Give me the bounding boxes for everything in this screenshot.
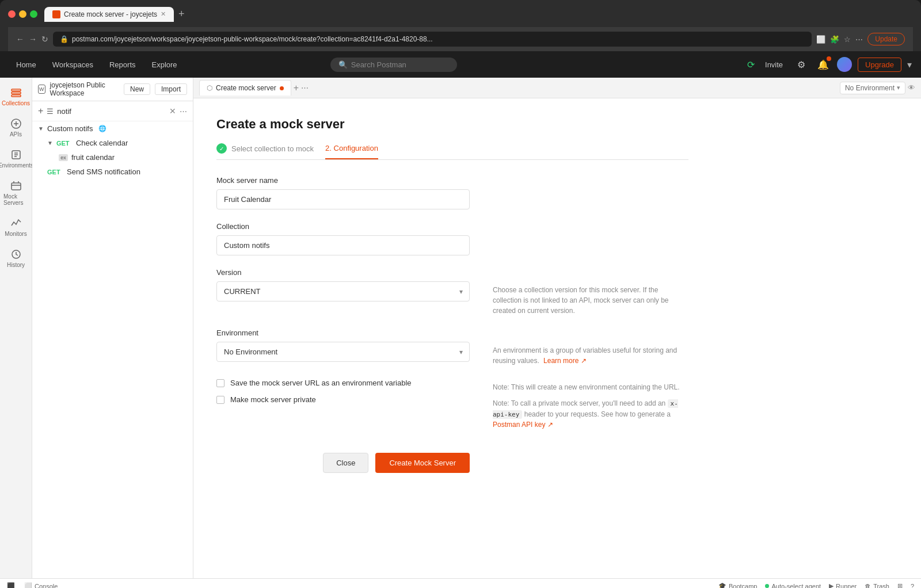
auto-select-item[interactable]: Auto-select agent [765,583,821,589]
sidebar-item-collections[interactable]: Collections [0,82,32,111]
save-url-note: Note: This will create a new environment… [493,382,688,392]
make-private-checkbox[interactable] [216,396,224,404]
back-button[interactable]: ← [16,35,24,44]
version-select-wrapper: CURRENT ▾ [216,281,470,301]
version-label: Version [216,268,688,277]
checkboxes-row: Save the mock server URL as an environme… [216,379,688,430]
search-bar[interactable]: 🔍 Search Postman [330,58,457,72]
tree-item-send-sms[interactable]: GET Send SMS notification [32,165,193,179]
nav-explore[interactable]: Explore [145,56,184,74]
environment-select[interactable]: No Environment [216,342,470,362]
bookmark-icon[interactable]: ☆ [844,35,851,44]
reload-button[interactable]: ↻ [41,35,48,44]
layout-options[interactable]: ⊞ [897,582,903,588]
trash-item[interactable]: 🗑 Trash [865,583,889,589]
sidebar-label-monitors: Monitors [5,231,26,237]
upgrade-button[interactable]: Upgrade [858,58,901,72]
close-button[interactable]: Close [323,453,368,473]
help-item[interactable]: ? [911,583,914,589]
new-browser-tab-button[interactable]: + [176,6,187,22]
nav-reports[interactable]: Reports [102,56,143,74]
browser-tabs: Create mock server - joycejets ✕ + [44,6,187,22]
sidebar-label-environments: Environments [0,162,33,169]
nav-home[interactable]: Home [9,56,43,74]
workspace-icon: W [38,85,45,94]
version-select[interactable]: CURRENT [216,281,470,301]
save-url-checkbox[interactable] [216,379,224,387]
mock-server-name-group: Mock server name [216,176,688,209]
form-actions: Close Create Mock Server [216,453,470,473]
sidebar-item-history[interactable]: History [0,244,32,273]
address-bar[interactable]: 🔒 postman.com/joycejetson/workspace/joyc… [53,32,812,47]
dropdown-arrow-icon[interactable]: ▾ [907,59,912,70]
fullscreen-traffic-light[interactable] [30,10,37,18]
environment-selector[interactable]: No Environment ▾ [840,82,905,94]
status-bar-right: 🎓 Bootcamp Auto-select agent ▶ Runner 🗑 … [718,582,914,588]
environment-eye-button[interactable]: 👁 [908,83,915,92]
browser-tab[interactable]: Create mock server - joycejets ✕ [44,7,174,22]
lock-icon: 🔒 [60,35,68,43]
browser-tab-close[interactable]: ✕ [161,10,166,18]
make-private-note-prefix: Note: To call a private mock server, you… [493,399,668,407]
settings-icon[interactable]: ⚙ [793,56,809,72]
panel-more-button[interactable]: ⋯ [180,107,187,116]
svg-rect-5 [12,183,21,190]
sidebar-item-environments[interactable]: Environments [0,144,32,173]
sidebar-item-monitors[interactable]: Monitors [0,213,32,242]
notification-icon[interactable]: 🔔 [815,56,831,72]
more-icon[interactable]: ⋯ [855,35,863,44]
sidebar-item-mock-servers[interactable]: Mock Servers [0,175,32,211]
collection-group: Collection [216,222,688,255]
collection-item-custom-notifs[interactable]: ▼ Custom notifs 🌐 [32,121,193,136]
tree-item-fruit-calendar[interactable]: ex fruit calendar [32,150,193,165]
make-private-row: Make mock server private [216,395,470,404]
sync-icon: ⟳ [747,59,755,70]
avatar[interactable] [837,57,852,72]
close-traffic-light[interactable] [8,10,16,18]
tree-item-check-calendar[interactable]: ▼ GET Check calendar [32,136,193,150]
extensions-icon[interactable]: 🧩 [830,35,839,44]
make-private-label: Make mock server private [230,395,316,404]
panel-search-text[interactable]: notif [57,107,166,116]
example-name-fruit-calendar: fruit calendar [71,153,115,162]
save-url-label: Save the mock server URL as an environme… [230,379,412,387]
filter-icon[interactable]: ☰ [47,107,54,116]
invite-button[interactable]: Invite [760,58,787,71]
nav-workspaces[interactable]: Workspaces [45,56,100,74]
new-button[interactable]: New [124,83,150,95]
sidebar-item-apis[interactable]: APIs [0,113,32,142]
bootcamp-item[interactable]: 🎓 Bootcamp [718,582,758,588]
tab-label: Create mock server [216,84,276,92]
collection-input[interactable] [216,235,470,255]
method-badge-get-sms: GET [47,169,63,175]
console-label: Console [35,583,58,589]
update-button[interactable]: Update [867,33,905,45]
step-2[interactable]: 2. Configuration [325,144,378,159]
panel-add-button[interactable]: + [38,106,43,116]
step-1[interactable]: ✓ Select collection to mock [216,143,314,159]
runner-item[interactable]: ▶ Runner [829,582,857,588]
environment-learn-more-link[interactable]: Learn more ↗ [543,357,587,365]
create-mock-server-button[interactable]: Create Mock Server [375,453,470,473]
more-tabs-button[interactable]: ⋯ [301,83,309,92]
svg-rect-2 [12,95,21,97]
form-container: Create a mock server ✓ Select collection… [193,98,711,578]
auto-select-label: Auto-select agent [771,583,821,589]
runner-icon: ▶ [829,582,834,588]
environment-label: Environment [216,329,688,337]
import-button[interactable]: Import [155,83,187,95]
mock-server-name-input[interactable] [216,189,470,209]
create-mock-server-tab[interactable]: ⬡ Create mock server [199,80,291,96]
step-2-label: 2. Configuration [325,144,378,152]
console-item[interactable]: ⬜ Console [24,582,58,588]
sidebar-label-apis: APIs [10,131,22,138]
method-badge-get: GET [56,140,73,147]
add-tab-button[interactable]: + [294,83,299,93]
forward-button[interactable]: → [29,35,37,44]
panel-close-button[interactable]: ✕ [169,106,176,116]
cast-icon[interactable]: ⬜ [816,35,825,44]
sidebar-toggle[interactable]: ⬛ [7,582,15,588]
workspace-name: joycejetson Public Workspace [50,81,119,97]
minimize-traffic-light[interactable] [19,10,26,18]
postman-api-key-link[interactable]: Postman API key ↗ [493,421,553,429]
